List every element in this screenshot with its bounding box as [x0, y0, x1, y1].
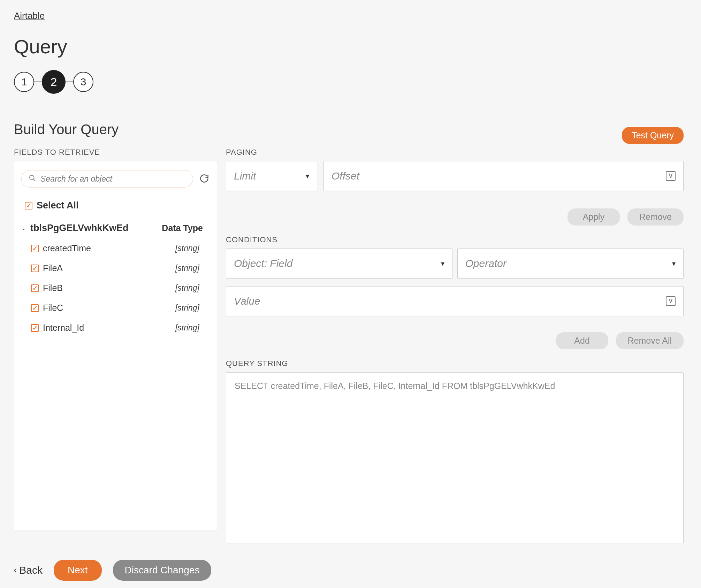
- select-all-checkbox[interactable]: [25, 202, 32, 209]
- field-type: [string]: [175, 303, 206, 313]
- svg-line-1: [33, 179, 36, 181]
- field-type: [string]: [175, 264, 206, 273]
- page-title: Query: [14, 35, 687, 58]
- field-type: [string]: [175, 283, 206, 293]
- variable-chip-icon[interactable]: V: [666, 296, 676, 306]
- search-input[interactable]: [40, 174, 186, 184]
- value-input[interactable]: Value V: [226, 286, 684, 316]
- field-checkbox[interactable]: [31, 324, 39, 332]
- field-type: [string]: [175, 244, 206, 253]
- object-field-placeholder: Object: Field: [234, 258, 292, 269]
- field-name: FileA: [43, 263, 171, 273]
- table-name: tblsPgGELVwhkKwEd: [30, 223, 162, 234]
- chevron-left-icon: ‹: [14, 566, 16, 575]
- next-button[interactable]: Next: [54, 560, 102, 581]
- field-row: FileB[string]: [21, 278, 210, 298]
- field-name: FileC: [43, 303, 171, 313]
- value-placeholder: Value: [234, 295, 260, 307]
- data-type-header: Data Type: [162, 223, 210, 233]
- field-checkbox[interactable]: [31, 265, 39, 272]
- query-string-label: QUERY STRING: [226, 359, 684, 368]
- chevron-down-icon[interactable]: ⌄: [21, 225, 28, 231]
- chevron-down-icon: ▾: [441, 259, 444, 268]
- test-query-button[interactable]: Test Query: [622, 127, 684, 144]
- fields-label: FIELDS TO RETRIEVE: [14, 148, 217, 157]
- operator-select[interactable]: Operator ▾: [457, 249, 684, 278]
- breadcrumb-airtable[interactable]: Airtable: [14, 10, 45, 21]
- field-row: FileC[string]: [21, 298, 210, 318]
- field-row: FileA[string]: [21, 258, 210, 278]
- discard-changes-button[interactable]: Discard Changes: [113, 560, 212, 581]
- paging-label: PAGING: [226, 148, 684, 157]
- add-button[interactable]: Add: [556, 332, 608, 349]
- step-3[interactable]: 3: [73, 72, 93, 92]
- field-row: Internal_Id[string]: [21, 318, 210, 338]
- field-checkbox[interactable]: [31, 304, 39, 312]
- svg-point-0: [30, 175, 34, 180]
- step-1[interactable]: 1: [14, 72, 34, 92]
- remove-button[interactable]: Remove: [627, 208, 684, 226]
- fields-panel: Select All ⌄ tblsPgGELVwhkKwEd Data Type…: [14, 161, 217, 530]
- field-checkbox[interactable]: [31, 245, 39, 252]
- operator-placeholder: Operator: [465, 258, 506, 269]
- variable-chip-icon[interactable]: V: [666, 171, 676, 181]
- chevron-down-icon: ▾: [306, 172, 309, 180]
- remove-all-button[interactable]: Remove All: [616, 332, 684, 349]
- section-title: Build Your Query: [14, 122, 687, 137]
- field-type: [string]: [175, 323, 206, 333]
- chevron-down-icon: ▾: [672, 259, 676, 268]
- offset-input[interactable]: Offset V: [323, 161, 684, 191]
- field-name: Internal_Id: [43, 323, 171, 333]
- field-row: createdTime[string]: [21, 238, 210, 258]
- search-box[interactable]: [21, 170, 193, 188]
- limit-placeholder: Limit: [234, 170, 256, 182]
- stepper: 1 2 3: [14, 70, 687, 94]
- apply-button[interactable]: Apply: [567, 208, 620, 226]
- step-line: [66, 82, 73, 82]
- back-label: Back: [19, 564, 43, 576]
- step-line: [34, 82, 42, 82]
- query-string-box[interactable]: SELECT createdTime, FileA, FileB, FileC,…: [226, 372, 684, 543]
- limit-select[interactable]: Limit ▾: [226, 161, 317, 191]
- offset-placeholder: Offset: [332, 170, 359, 182]
- step-2[interactable]: 2: [42, 70, 66, 94]
- conditions-label: CONDITIONS: [226, 235, 684, 244]
- search-icon: [29, 174, 36, 183]
- back-button[interactable]: ‹ Back: [14, 564, 43, 576]
- select-all-label: Select All: [37, 200, 79, 211]
- field-name: FileB: [43, 283, 171, 293]
- object-field-select[interactable]: Object: Field ▾: [226, 249, 452, 278]
- field-name: createdTime: [43, 243, 171, 253]
- field-checkbox[interactable]: [31, 284, 39, 292]
- refresh-icon[interactable]: [199, 174, 210, 184]
